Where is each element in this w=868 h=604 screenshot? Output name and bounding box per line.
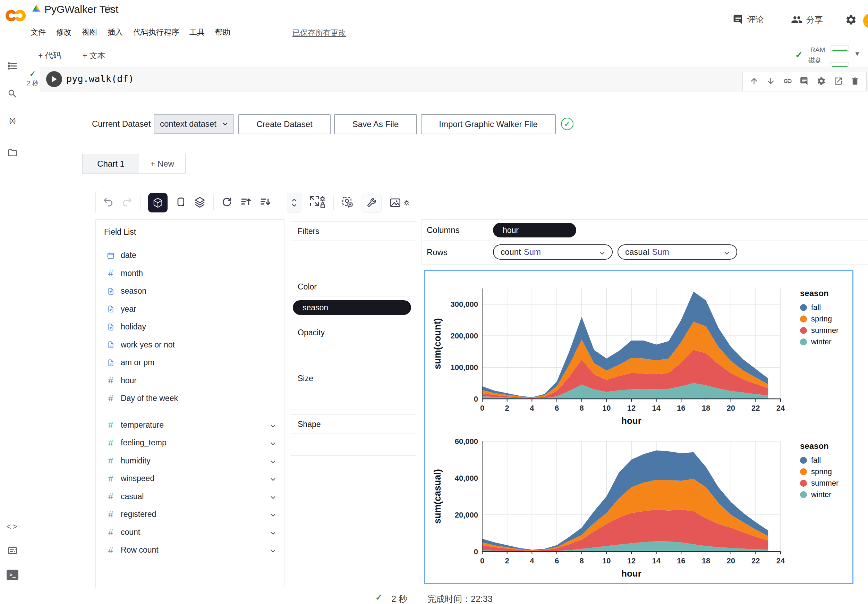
save-as-file-button[interactable]: Save As File bbox=[334, 114, 417, 134]
svg-text:8: 8 bbox=[580, 556, 584, 565]
share-button[interactable]: 分享 bbox=[791, 14, 823, 26]
command-palette-icon[interactable] bbox=[0, 545, 25, 556]
menu-item-2[interactable]: 视图 bbox=[82, 27, 97, 37]
chevron-down-icon[interactable] bbox=[600, 247, 605, 257]
resources-dropdown-icon[interactable]: ▼ bbox=[854, 50, 860, 57]
field-item-year[interactable]: year bbox=[96, 300, 284, 318]
field-item-date[interactable]: date bbox=[96, 247, 284, 264]
walker-toolbar bbox=[95, 191, 865, 214]
menu-item-1[interactable]: 修改 bbox=[56, 27, 71, 37]
sort-desc-icon[interactable] bbox=[259, 196, 271, 209]
rows-pill-casual[interactable]: casualSum bbox=[617, 244, 737, 260]
field-item-holiday[interactable]: holiday bbox=[96, 318, 284, 336]
size-shelf[interactable]: Size bbox=[290, 369, 416, 410]
field-item-work-yes-or-not[interactable]: work yes or not bbox=[96, 336, 284, 354]
save-status[interactable]: 已保存所有更改 bbox=[293, 28, 346, 38]
chevron-down-icon[interactable] bbox=[270, 509, 276, 519]
menu-item-3[interactable]: 插入 bbox=[107, 27, 123, 37]
resize-mode-button[interactable] bbox=[287, 193, 301, 213]
expand-settings-icon[interactable] bbox=[309, 195, 326, 210]
run-cell-button[interactable] bbox=[46, 71, 62, 87]
chart-canvas[interactable]: 0246810121416182022240100,000200,000300,… bbox=[424, 270, 853, 584]
field-item-humidity[interactable]: #humidity bbox=[96, 452, 284, 470]
star-icon[interactable]: ☆ bbox=[104, 3, 113, 14]
hash-green-icon: # bbox=[106, 438, 115, 447]
wrench-button[interactable] bbox=[361, 193, 381, 213]
field-item-count[interactable]: #count bbox=[96, 523, 284, 542]
avatar[interactable] bbox=[863, 13, 868, 28]
add-text-button[interactable]: + 文本 bbox=[82, 50, 105, 61]
cube-icon bbox=[152, 197, 163, 208]
field-item-day-of-the-week[interactable]: #Day of the week bbox=[96, 390, 284, 408]
rows-pill-count[interactable]: countSum bbox=[493, 244, 613, 260]
rows-shelf[interactable]: Rows countSumcasualSum bbox=[422, 241, 868, 264]
chevron-down-icon[interactable] bbox=[270, 528, 276, 537]
field-item-winspeed[interactable]: #winspeed bbox=[96, 470, 284, 488]
field-item-row-count[interactable]: #Row count bbox=[96, 541, 284, 559]
opacity-shelf[interactable]: Opacity bbox=[290, 323, 416, 364]
area-chart-sum-casual[interactable]: 024681012141618202224020,00040,00060,000… bbox=[430, 428, 846, 581]
settings-gear-icon[interactable] bbox=[845, 14, 857, 26]
open-in-tab-icon[interactable] bbox=[834, 76, 843, 87]
shape-shelf[interactable]: Shape bbox=[290, 415, 416, 456]
svg-text:spring: spring bbox=[811, 467, 832, 476]
tab-chart-1[interactable]: Chart 1 bbox=[82, 154, 140, 174]
filters-shelf[interactable]: Filters bbox=[290, 222, 416, 269]
columns-shelf[interactable]: Columns hour bbox=[422, 219, 868, 241]
comments-button[interactable]: 评论 bbox=[733, 14, 764, 25]
field-item-temperature[interactable]: #temperature bbox=[96, 416, 284, 434]
toc-icon[interactable] bbox=[0, 61, 25, 71]
field-item-month[interactable]: #month bbox=[96, 264, 284, 283]
colab-logo-icon[interactable] bbox=[6, 8, 26, 23]
field-item-feeling_temp[interactable]: #feeling_temp bbox=[96, 434, 284, 452]
cell-code[interactable]: pyg.walk(df) bbox=[66, 73, 134, 84]
move-up-icon[interactable] bbox=[749, 76, 759, 87]
import-gw-file-button[interactable]: Import Graphic Walker File bbox=[421, 114, 556, 134]
create-dataset-button[interactable]: Create Dataset bbox=[238, 114, 331, 134]
terminal-icon[interactable]: >_ bbox=[0, 570, 25, 580]
field-item-casual[interactable]: #casual bbox=[96, 488, 284, 506]
export-settings-gear-icon[interactable] bbox=[403, 199, 410, 206]
chevron-down-icon[interactable] bbox=[724, 247, 730, 257]
annotate-icon[interactable] bbox=[341, 196, 354, 210]
sort-asc-icon[interactable] bbox=[240, 196, 252, 209]
menu-item-5[interactable]: 工具 bbox=[189, 27, 205, 37]
field-item-hour[interactable]: #hour bbox=[96, 372, 284, 390]
tab-new[interactable]: + New bbox=[139, 154, 186, 174]
field-item-am-or-pm[interactable]: am or pm bbox=[96, 354, 284, 372]
color-field-pill[interactable]: season bbox=[293, 300, 411, 315]
link-icon[interactable] bbox=[783, 76, 792, 87]
menu-item-4[interactable]: 代码执行程序 bbox=[133, 27, 179, 37]
ram-usage-bar[interactable] bbox=[831, 45, 849, 52]
move-down-icon[interactable] bbox=[766, 76, 775, 87]
refresh-icon[interactable] bbox=[221, 196, 232, 209]
menu-item-6[interactable]: 帮助 bbox=[215, 27, 230, 37]
undo-icon[interactable] bbox=[103, 196, 114, 209]
geom-cube-button[interactable] bbox=[148, 193, 167, 213]
code-snippets-icon[interactable]: <> bbox=[0, 522, 25, 531]
chevron-down-icon[interactable] bbox=[270, 545, 276, 555]
columns-pill-hour[interactable]: hour bbox=[493, 223, 576, 238]
chevron-down-icon[interactable] bbox=[270, 474, 276, 483]
chevron-down-icon[interactable] bbox=[270, 456, 276, 466]
search-icon[interactable] bbox=[0, 89, 25, 99]
redo-icon[interactable] bbox=[121, 196, 133, 209]
area-chart-sum-count[interactable]: 0246810121416182022240100,000200,000300,… bbox=[430, 275, 846, 428]
chevron-down-icon[interactable] bbox=[270, 420, 276, 430]
color-shelf[interactable]: Color season bbox=[290, 277, 416, 318]
settings-icon[interactable] bbox=[817, 76, 826, 87]
delete-icon[interactable] bbox=[850, 76, 860, 87]
export-image-icon[interactable] bbox=[389, 197, 410, 208]
duplicate-icon[interactable] bbox=[175, 196, 186, 209]
dataset-select[interactable]: context dataset bbox=[154, 114, 234, 134]
menu-item-0[interactable]: 文件 bbox=[31, 27, 46, 37]
chevron-down-icon[interactable] bbox=[270, 492, 276, 501]
comment-icon[interactable] bbox=[800, 76, 809, 87]
files-icon[interactable] bbox=[0, 148, 25, 158]
add-code-button[interactable]: + 代码 bbox=[38, 50, 61, 61]
layers-icon[interactable] bbox=[194, 196, 206, 209]
field-item-registered[interactable]: #registered bbox=[96, 505, 284, 523]
chevron-down-icon[interactable] bbox=[270, 438, 276, 447]
field-item-season[interactable]: season bbox=[96, 282, 284, 300]
variables-icon[interactable]: {x} bbox=[0, 118, 25, 124]
